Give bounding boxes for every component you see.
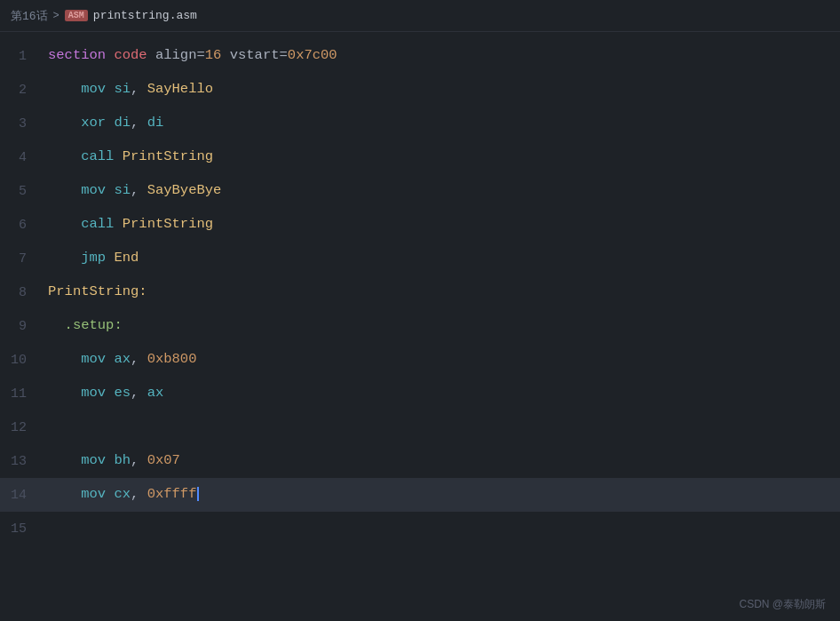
code-line-4: 4 call PrintString	[0, 140, 840, 174]
line-number: 6	[0, 218, 44, 233]
header: 第16话 > ASM printstring.asm	[0, 0, 840, 32]
line-number: 10	[0, 353, 44, 368]
code-line-15: 15	[0, 512, 840, 545]
code-line-7: 7 jmp End	[0, 242, 840, 275]
code-line-3: 3 xor di, di	[0, 107, 840, 140]
line-number: 3	[0, 116, 44, 131]
code-line-12: 12	[0, 410, 840, 444]
line-content: xor di, di	[44, 113, 163, 133]
breadcrumb-filename: printstring.asm	[93, 9, 197, 22]
line-content: jmp End	[44, 248, 139, 268]
breadcrumb-parent: 第16话	[11, 8, 48, 24]
code-line-9: 9 .setup:	[0, 309, 840, 343]
asm-badge: ASM	[65, 10, 88, 21]
line-number: 5	[0, 184, 44, 199]
line-content: mov es, ax	[44, 383, 163, 403]
line-number: 2	[0, 83, 44, 98]
line-content: .setup:	[44, 315, 123, 336]
line-content: section code align=16 vstart=0x7c00	[44, 45, 337, 66]
line-number: 13	[0, 454, 44, 469]
line-content: mov cx, 0xffff	[44, 484, 199, 505]
line-content: PrintString:	[44, 282, 147, 302]
line-number: 8	[0, 285, 44, 300]
code-line-1: 1section code align=16 vstart=0x7c00	[0, 39, 840, 73]
text-cursor	[197, 487, 199, 501]
line-content: call PrintString	[44, 214, 213, 235]
line-content: mov si, SayByeBye	[44, 180, 221, 201]
line-number: 1	[0, 49, 44, 64]
code-line-8: 8PrintString:	[0, 275, 840, 309]
breadcrumb: 第16话 > ASM printstring.asm	[11, 8, 197, 24]
line-number: 4	[0, 150, 44, 165]
code-line-5: 5 mov si, SayByeBye	[0, 174, 840, 208]
code-line-14: 14 mov cx, 0xffff	[0, 478, 840, 512]
line-number: 9	[0, 319, 44, 334]
line-number: 12	[0, 420, 44, 435]
line-content: mov ax, 0xb800	[44, 349, 196, 370]
code-line-2: 2 mov si, SayHello	[0, 73, 840, 107]
line-content: mov si, SayHello	[44, 79, 213, 100]
code-editor: 1section code align=16 vstart=0x7c002 mo…	[0, 32, 840, 621]
code-line-6: 6 call PrintString	[0, 208, 840, 242]
code-line-13: 13 mov bh, 0x07	[0, 444, 840, 478]
code-line-11: 11 mov es, ax	[0, 377, 840, 410]
line-content: call PrintString	[44, 147, 213, 167]
line-number: 15	[0, 521, 44, 537]
breadcrumb-separator: >	[53, 10, 59, 22]
line-content: mov bh, 0x07	[44, 450, 180, 471]
line-number: 7	[0, 251, 44, 267]
line-number: 11	[0, 386, 44, 402]
watermark: CSDN @泰勒朗斯	[739, 597, 826, 612]
line-number: 14	[0, 488, 44, 503]
code-line-10: 10 mov ax, 0xb800	[0, 343, 840, 377]
